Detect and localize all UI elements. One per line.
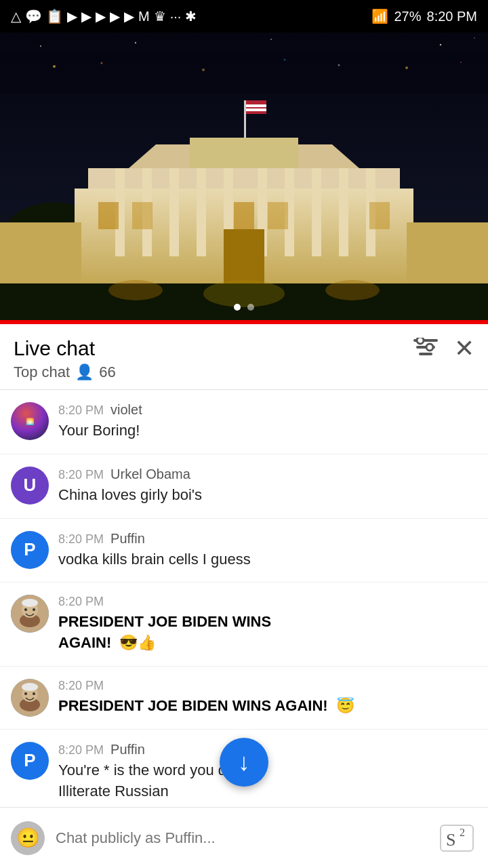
message-body-4: 8:20 PM PRESIDENT JOE BIDEN WINSAGAIN! 😎… — [58, 595, 477, 654]
message-username-6: Puffin — [110, 742, 145, 757]
svg-point-40 — [203, 280, 285, 307]
cityscape-svg — [0, 33, 488, 324]
svg-point-61 — [24, 692, 27, 695]
svg-rect-14 — [190, 138, 298, 168]
message-username-3: Puffin — [110, 531, 145, 547]
message-icon: 💬 — [25, 8, 42, 24]
status-icons-left: △ 💬 📋 ▶ ▶ ▶ ▶ ▶ M ♛ ··· ✱ — [11, 8, 197, 24]
message-meta-3: 8:20 PM Puffin — [58, 531, 477, 547]
svg-rect-36 — [246, 104, 266, 107]
svg-point-42 — [135, 42, 136, 43]
svg-rect-23 — [339, 168, 348, 256]
svg-rect-22 — [312, 168, 321, 256]
status-bar: △ 💬 📋 ▶ ▶ ▶ ▶ ▶ M ♛ ··· ✱ 📶 27% 8:20 PM — [0, 0, 488, 33]
battery-text: 27% — [394, 9, 421, 24]
avatar-puffin-2: P — [11, 742, 49, 780]
chat-header: Live chat ✕ Top chat 👤 66 — [0, 324, 488, 390]
svg-rect-30 — [224, 229, 264, 283]
video-dots-indicator — [234, 304, 254, 311]
play-icon-3: ▶ — [96, 8, 106, 24]
svg-point-4 — [202, 68, 205, 71]
play-icon-2: ▶ — [81, 8, 92, 24]
message-meta-6: 8:20 PM Puffin — [58, 742, 477, 757]
svg-rect-48 — [419, 353, 432, 355]
dot-2 — [247, 304, 254, 311]
svg-rect-34 — [244, 100, 246, 138]
message-meta-2: 8:20 PM Urkel Obama — [58, 467, 477, 482]
svg-point-54 — [22, 599, 38, 607]
chat-input-bar: 😐 S 2 — [0, 807, 488, 868]
avatar-urkel-1: U — [11, 467, 49, 505]
chat-header-top: Live chat ✕ — [14, 336, 474, 361]
svg-rect-37 — [246, 108, 266, 111]
svg-point-3 — [101, 62, 103, 64]
avatar-biden-2 — [11, 679, 49, 717]
stars-background — [0, 33, 488, 324]
message-time-1: 8:20 PM — [58, 403, 104, 418]
bluetooth-icon: ✱ — [185, 8, 197, 24]
smiley-icon: 😐 — [16, 827, 40, 849]
chat-message-3: P 8:20 PM Puffin vodka kills brain cells… — [0, 519, 488, 583]
close-icon[interactable]: ✕ — [454, 336, 474, 361]
mastodon-icon: M — [138, 9, 150, 24]
video-background — [0, 33, 488, 324]
message-body-6: 8:20 PM Puffin You're * is the word you … — [58, 742, 477, 802]
svg-point-55 — [24, 608, 27, 611]
youtube-red-bar — [0, 320, 488, 324]
message-time-4: 8:20 PM — [58, 595, 104, 609]
svg-point-5 — [338, 64, 340, 66]
time-display: 8:20 PM — [427, 9, 477, 24]
message-time-5: 8:20 PM — [58, 679, 104, 693]
top-chat-label: Top chat — [14, 363, 70, 381]
message-text-5: PRESIDENT JOE BIDEN WINS AGAIN! 😇 — [58, 696, 477, 717]
chat-messages-list: 🌅 8:20 PM violet Your Boring! U 8:20 PM … — [0, 390, 488, 868]
superscript-icon: S 2 — [439, 824, 474, 852]
send-icon-button[interactable]: S 2 — [436, 821, 477, 855]
avatar-violet: 🌅 — [11, 402, 49, 440]
svg-point-2 — [53, 65, 56, 68]
svg-point-38 — [108, 280, 163, 300]
message-username-2: Urkel Obama — [110, 467, 190, 482]
message-meta-4: 8:20 PM — [58, 595, 477, 609]
svg-point-50 — [426, 344, 433, 351]
svg-point-44 — [440, 44, 441, 45]
svg-point-41 — [40, 45, 41, 47]
svg-rect-28 — [268, 202, 288, 229]
svg-text:2: 2 — [460, 827, 465, 838]
svg-point-45 — [474, 37, 475, 39]
play-icon-1: ▶ — [67, 8, 77, 24]
chat-message-5: 8:20 PM PRESIDENT JOE BIDEN WINS AGAIN! … — [0, 667, 488, 730]
clipboard-icon: 📋 — [46, 8, 63, 24]
play-icon-4: ▶ — [110, 8, 120, 24]
svg-point-62 — [33, 692, 35, 695]
wifi-icon: 📶 — [371, 8, 388, 24]
filter-icon[interactable] — [413, 338, 438, 359]
svg-rect-27 — [234, 202, 254, 229]
viewer-count: 66 — [99, 363, 115, 381]
svg-rect-17 — [169, 168, 179, 256]
avatar-puffin-1: P — [11, 531, 49, 569]
user-avatar-input: 😐 — [11, 821, 45, 855]
message-meta-5: 8:20 PM — [58, 679, 477, 693]
scroll-to-bottom-button[interactable]: ↓ — [220, 738, 268, 787]
scroll-down-icon: ↓ — [238, 748, 250, 776]
svg-rect-26 — [132, 202, 152, 229]
crown-icon: ♛ — [154, 8, 166, 24]
chat-message-2: U 8:20 PM Urkel Obama China loves girly … — [0, 454, 488, 519]
message-text-1: Your Boring! — [58, 420, 477, 441]
svg-rect-32 — [407, 222, 488, 290]
svg-rect-31 — [0, 222, 81, 290]
status-icons-right: 📶 27% 8:20 PM — [371, 8, 477, 24]
chat-message-1: 🌅 8:20 PM violet Your Boring! — [0, 390, 488, 454]
video-player[interactable] — [0, 33, 488, 324]
svg-point-60 — [22, 683, 38, 691]
svg-rect-1 — [0, 53, 488, 94]
svg-rect-12 — [88, 168, 400, 189]
chat-input-field[interactable] — [56, 829, 426, 847]
message-username-1: violet — [110, 402, 142, 418]
message-body-1: 8:20 PM violet Your Boring! — [58, 402, 477, 441]
chat-title: Live chat — [14, 337, 95, 360]
message-time-2: 8:20 PM — [58, 468, 104, 482]
svg-rect-29 — [369, 202, 390, 229]
more-icon: ··· — [170, 9, 182, 24]
